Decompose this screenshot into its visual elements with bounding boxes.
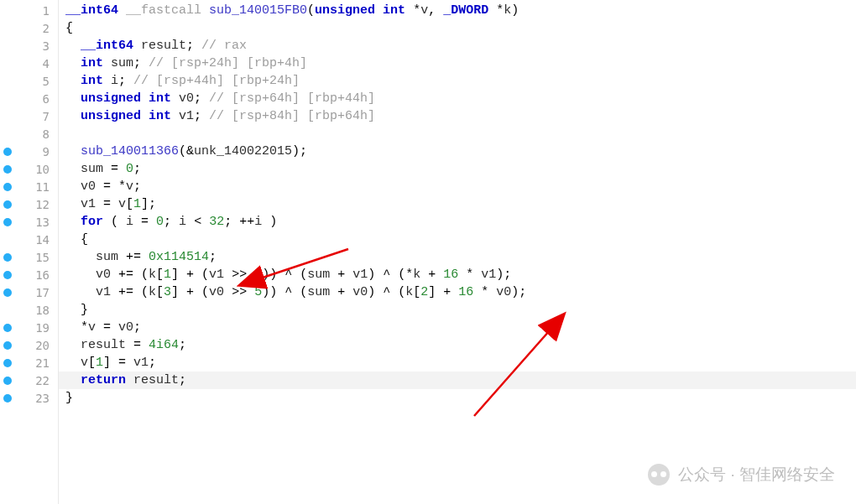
breakpoint-dot[interactable]	[3, 394, 12, 403]
gutter-row[interactable]: 6	[0, 90, 58, 107]
token-punc: [	[88, 356, 96, 370]
token-punc: =	[133, 215, 156, 229]
code-line[interactable]: }	[59, 389, 856, 407]
token-punc: *	[473, 285, 496, 299]
code-line[interactable]: {	[59, 231, 856, 248]
gutter-row[interactable]: 20	[0, 336, 58, 354]
token-punc: >>	[224, 285, 254, 299]
token-cmt: // rax	[201, 39, 247, 53]
breakpoint-dot[interactable]	[3, 183, 12, 191]
gutter-row[interactable]: 18	[0, 301, 58, 319]
code-line[interactable]	[59, 125, 856, 143]
token-punc	[65, 250, 96, 264]
code-line[interactable]: v1 = v[1];	[59, 195, 856, 213]
token-punc: +	[420, 268, 443, 282]
code-line[interactable]: v0 = *v;	[59, 178, 856, 195]
breakpoint-dot[interactable]	[3, 148, 12, 156]
token-punc	[65, 91, 81, 106]
gutter-row[interactable]: 21	[0, 354, 58, 372]
gutter-row[interactable]: 5	[0, 72, 58, 90]
line-number-gutter: 1234567891011121314151617181920212223	[0, 0, 59, 504]
code-line[interactable]: v0 += (k[1] + (v1 >> 5)) ^ (sum + v1) ^ …	[59, 266, 856, 283]
token-punc	[126, 373, 133, 387]
code-line[interactable]: unsigned int v1; // [rsp+84h] [rbp+64h]	[59, 107, 856, 125]
code-line[interactable]: __int64 result; // rax	[59, 37, 856, 55]
breakpoint-dot[interactable]	[3, 165, 12, 174]
breakpoint-dot[interactable]	[3, 218, 12, 226]
token-num: 16	[458, 285, 473, 299]
token-num: 1	[164, 268, 171, 282]
gutter-row[interactable]: 11	[0, 178, 58, 195]
token-punc: ;	[149, 356, 156, 370]
code-line[interactable]: return result;	[59, 372, 856, 389]
token-var: result	[133, 373, 179, 387]
token-punc: (&	[179, 144, 194, 158]
token-punc: )	[262, 215, 277, 229]
token-num: 3	[164, 285, 171, 299]
gutter-row[interactable]: 9	[0, 143, 58, 160]
code-line[interactable]: {	[59, 19, 856, 37]
breakpoint-dot[interactable]	[3, 200, 12, 209]
code-line[interactable]: __int64 __fastcall sub_140015FB0(unsigne…	[59, 2, 856, 19]
token-punc	[65, 109, 81, 123]
breakpoint-dot[interactable]	[3, 341, 12, 350]
breakpoint-dot[interactable]	[3, 324, 12, 332]
token-var: sum	[111, 56, 133, 70]
line-number: 10	[35, 163, 50, 176]
gutter-row[interactable]: 22	[0, 372, 58, 389]
code-line[interactable]: unsigned int v0; // [rsp+64h] [rbp+44h]	[59, 90, 856, 107]
gutter-row[interactable]: 7	[0, 107, 58, 125]
code-area[interactable]: __int64 __fastcall sub_140015FB0(unsigne…	[59, 0, 856, 504]
gutter-row[interactable]: 13	[0, 213, 58, 231]
line-number: 18	[35, 304, 50, 317]
token-punc: ;	[209, 250, 217, 264]
gutter-row[interactable]: 17	[0, 283, 58, 301]
breakpoint-dot[interactable]	[3, 253, 12, 262]
code-line[interactable]: result = 4i64;	[59, 336, 856, 354]
gutter-row[interactable]: 16	[0, 266, 58, 283]
token-var: i	[254, 215, 262, 229]
token-var: result	[81, 338, 126, 352]
code-line[interactable]: v1 += (k[3] + (v0 >> 5)) ^ (sum + v0) ^ …	[59, 283, 856, 301]
code-line[interactable]: int i; // [rsp+44h] [rbp+24h]	[59, 72, 856, 90]
gutter-row[interactable]: 12	[0, 195, 58, 213]
gutter-row[interactable]: 10	[0, 160, 58, 178]
code-line[interactable]: int sum; // [rsp+24h] [rbp+4h]	[59, 55, 856, 72]
token-punc: ] +	[428, 285, 458, 299]
code-line[interactable]: sum = 0;	[59, 160, 856, 178]
breakpoint-dot[interactable]	[3, 377, 12, 385]
code-line[interactable]: *v = v0;	[59, 319, 856, 336]
line-number: 3	[43, 39, 50, 53]
code-line[interactable]: sum += 0x114514;	[59, 248, 856, 266]
gutter-row[interactable]: 3	[0, 37, 58, 55]
decompiler-view[interactable]: 1234567891011121314151617181920212223 __…	[0, 0, 856, 504]
token-punc: = *	[96, 179, 126, 194]
token-num: 32	[209, 215, 224, 229]
gutter-row[interactable]: 15	[0, 248, 58, 266]
token-punc: ;	[194, 91, 209, 106]
gutter-row[interactable]: 23	[0, 389, 58, 407]
token-var: v0	[96, 268, 111, 282]
gutter-row[interactable]: 2	[0, 19, 58, 37]
gutter-row[interactable]: 1	[0, 2, 58, 19]
token-var: v0	[179, 91, 194, 106]
token-var: v1	[96, 285, 111, 299]
gutter-row[interactable]: 19	[0, 319, 58, 336]
token-var: v	[126, 179, 133, 194]
breakpoint-dot[interactable]	[3, 359, 12, 367]
token-punc	[65, 215, 81, 229]
gutter-row[interactable]: 14	[0, 231, 58, 248]
token-punc	[65, 74, 81, 88]
token-punc: *	[458, 268, 481, 282]
gutter-row[interactable]: 4	[0, 55, 58, 72]
code-line[interactable]: sub_140011366(&unk_140022015);	[59, 143, 856, 160]
code-line[interactable]: v[1] = v1;	[59, 354, 856, 372]
token-punc: ; ++	[224, 215, 254, 229]
token-punc: ];	[141, 197, 156, 211]
breakpoint-dot[interactable]	[3, 288, 12, 297]
breakpoint-dot[interactable]	[3, 271, 12, 279]
code-line[interactable]: for ( i = 0; i < 32; ++i )	[59, 213, 856, 231]
gutter-row[interactable]: 8	[0, 125, 58, 143]
token-num: 1	[133, 197, 141, 211]
code-line[interactable]: }	[59, 301, 856, 319]
